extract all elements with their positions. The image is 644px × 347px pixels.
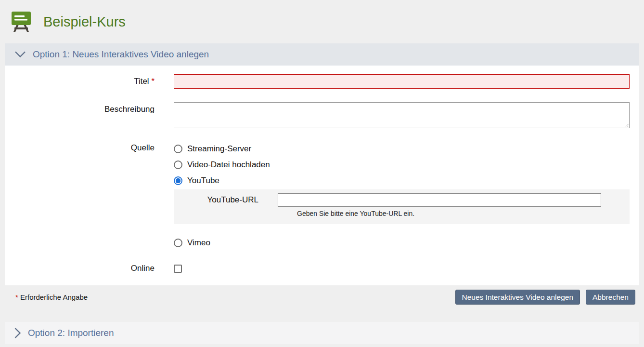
youtube-url-hint: Geben Sie bitte eine YouTube-URL ein. [297, 210, 630, 217]
online-row: Online [5, 261, 639, 276]
video-datei-label[interactable]: Video-Datei hochladen [187, 160, 270, 170]
titel-row: Titel * [5, 74, 639, 89]
beschreibung-row: Beschreibung [5, 102, 639, 130]
chevron-down-icon [14, 51, 26, 58]
required-note: * Erforderliche Angabe [15, 293, 88, 301]
online-checkbox[interactable] [174, 265, 182, 273]
quelle-option-video-datei[interactable]: Video-Datei hochladen [174, 157, 630, 173]
quelle-option-vimeo[interactable]: Vimeo [174, 235, 630, 251]
video-datei-radio[interactable] [174, 160, 182, 169]
titel-input[interactable] [174, 74, 630, 89]
beschreibung-label: Beschreibung [5, 102, 155, 117]
accordion-option2-header[interactable]: Option 2: Importieren [5, 322, 639, 344]
accordion-option2-label: Option 2: Importieren [28, 328, 114, 338]
quelle-label: Quelle [5, 141, 155, 155]
quelle-option-streaming-server[interactable]: Streaming-Server [174, 141, 630, 157]
required-note-marker: * [15, 293, 18, 301]
submit-button[interactable]: Neues Interaktives Video anlegen [455, 290, 580, 305]
streaming-server-radio[interactable] [174, 145, 182, 153]
app-header: Beispiel-Kurs [0, 0, 644, 43]
required-note-text: Erforderliche Angabe [20, 293, 88, 301]
vimeo-label[interactable]: Vimeo [187, 238, 210, 248]
online-label: Online [5, 261, 155, 276]
form-footer: * Erforderliche Angabe Neues Interaktive… [5, 285, 639, 305]
new-interactive-video-form: Titel * Beschreibung Quelle Streaming-Se… [5, 66, 639, 285]
quelle-option-youtube[interactable]: YouTube [174, 173, 630, 188]
youtube-subpanel: YouTube-URL Geben Sie bitte eine YouTube… [174, 189, 630, 224]
accordion-option1-label: Option 1: Neues Interaktives Video anleg… [33, 49, 209, 60]
titel-label: Titel * [5, 74, 155, 89]
titel-required-marker: * [151, 77, 155, 86]
cancel-button[interactable]: Abbrechen [586, 290, 635, 305]
quelle-row: Quelle Streaming-Server Video-Datei hoch… [5, 141, 639, 251]
chevron-right-icon [14, 327, 21, 339]
streaming-server-label[interactable]: Streaming-Server [187, 144, 251, 154]
vimeo-radio[interactable] [174, 239, 182, 247]
course-board-icon [11, 11, 32, 33]
youtube-url-input[interactable] [278, 193, 601, 207]
accordion-option1-header[interactable]: Option 1: Neues Interaktives Video anleg… [5, 43, 639, 66]
beschreibung-textarea[interactable] [174, 102, 630, 128]
youtube-radio[interactable] [174, 176, 182, 185]
titel-label-text: Titel [134, 77, 149, 86]
page-title: Beispiel-Kurs [43, 14, 126, 30]
youtube-label[interactable]: YouTube [187, 176, 219, 186]
youtube-url-label: YouTube-URL [174, 193, 278, 207]
